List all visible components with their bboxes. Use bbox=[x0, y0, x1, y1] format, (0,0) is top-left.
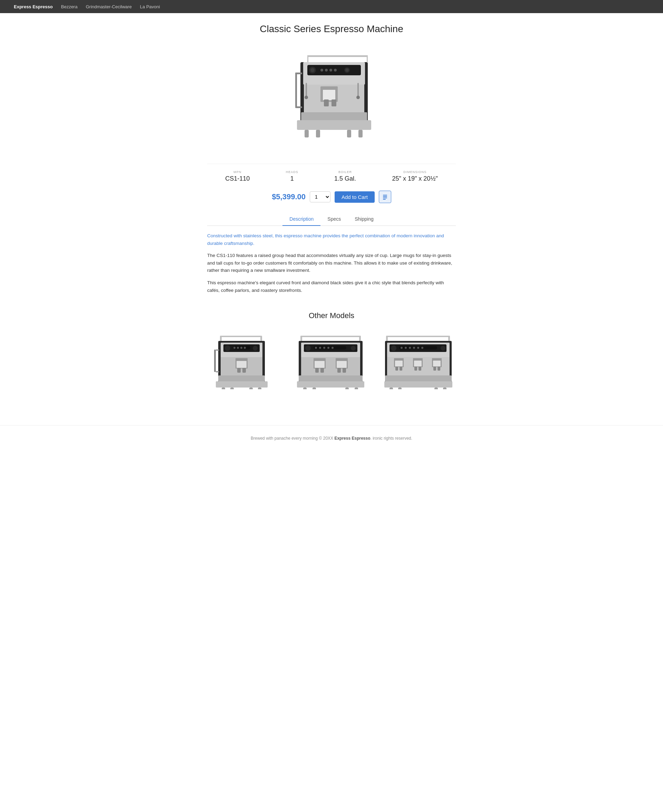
svg-rect-53 bbox=[237, 368, 241, 373]
svg-rect-126 bbox=[443, 388, 446, 389]
svg-rect-111 bbox=[395, 366, 398, 370]
svg-rect-63 bbox=[216, 371, 219, 372]
product-image bbox=[273, 45, 390, 152]
svg-rect-119 bbox=[433, 366, 436, 370]
svg-point-10 bbox=[320, 69, 323, 71]
svg-point-48 bbox=[240, 347, 243, 349]
nav-item-express[interactable]: Express Espresso bbox=[14, 4, 53, 9]
svg-rect-58 bbox=[230, 388, 234, 389]
svg-rect-120 bbox=[438, 366, 440, 370]
svg-rect-122 bbox=[384, 381, 452, 388]
svg-rect-110 bbox=[395, 361, 403, 366]
svg-rect-1 bbox=[307, 55, 308, 62]
footer-text: Brewed with panache every morning © 20XX bbox=[251, 436, 334, 441]
svg-rect-56 bbox=[216, 381, 268, 388]
svg-rect-60 bbox=[258, 388, 261, 389]
svg-rect-65 bbox=[301, 336, 361, 337]
tab-description[interactable]: Description bbox=[283, 213, 320, 226]
navbar: Express Espresso Bezzera Grindmaster-Cec… bbox=[0, 0, 663, 13]
tab-specs[interactable]: Specs bbox=[320, 213, 348, 226]
svg-point-103 bbox=[405, 347, 407, 349]
list-icon bbox=[382, 194, 388, 200]
svg-point-8 bbox=[310, 68, 315, 72]
svg-point-108 bbox=[441, 346, 445, 351]
svg-rect-28 bbox=[347, 130, 351, 137]
svg-rect-38 bbox=[220, 336, 261, 337]
nav-item-grindmaster[interactable]: Grindmaster-Cecilware bbox=[86, 4, 131, 9]
svg-point-75 bbox=[323, 347, 325, 349]
spec-dimensions: DIMENSIONS 25" x 19" x 20½" bbox=[392, 170, 438, 182]
svg-rect-34 bbox=[383, 196, 387, 197]
model-2-image bbox=[297, 330, 366, 389]
models-grid bbox=[207, 330, 456, 391]
svg-rect-72 bbox=[314, 346, 346, 349]
price-row: $5,399.00 1 2 3 4 5 Add to Cart bbox=[207, 191, 456, 203]
svg-rect-29 bbox=[359, 130, 362, 137]
description-content: Constructed with stainless steel, this e… bbox=[207, 232, 456, 294]
svg-point-104 bbox=[409, 347, 411, 349]
svg-point-106 bbox=[417, 347, 419, 349]
svg-rect-88 bbox=[297, 381, 364, 388]
svg-point-15 bbox=[345, 68, 349, 72]
svg-rect-17 bbox=[323, 90, 335, 100]
svg-rect-31 bbox=[295, 73, 297, 107]
product-price: $5,399.00 bbox=[272, 192, 306, 201]
svg-rect-112 bbox=[399, 366, 402, 370]
svg-rect-36 bbox=[383, 199, 386, 200]
model-3-image bbox=[384, 330, 453, 389]
svg-rect-27 bbox=[316, 130, 320, 137]
svg-rect-24 bbox=[301, 112, 367, 121]
svg-point-11 bbox=[325, 69, 328, 71]
footer-suffix: . ironic rights reserved. bbox=[370, 436, 412, 441]
svg-rect-62 bbox=[214, 349, 216, 372]
svg-rect-61 bbox=[216, 349, 219, 351]
product-tabs: Description Specs Shipping bbox=[207, 213, 456, 226]
nav-item-lapavoni[interactable]: La Pavoni bbox=[140, 4, 160, 9]
description-paragraph-2: The CS1-110 features a raised group head… bbox=[207, 252, 456, 274]
svg-rect-91 bbox=[345, 388, 349, 389]
svg-rect-32 bbox=[295, 107, 302, 108]
tab-shipping[interactable]: Shipping bbox=[348, 213, 380, 226]
add-to-cart-button[interactable]: Add to Cart bbox=[335, 191, 375, 203]
footer-brand: Express Espresso bbox=[334, 436, 370, 441]
svg-rect-87 bbox=[299, 375, 362, 381]
other-models-title: Other Models bbox=[207, 311, 456, 320]
svg-rect-26 bbox=[304, 130, 309, 137]
svg-rect-25 bbox=[297, 120, 371, 130]
svg-point-50 bbox=[253, 346, 258, 351]
svg-rect-59 bbox=[249, 388, 253, 389]
product-title: Classic Series Espresso Machine bbox=[207, 23, 456, 34]
wishlist-button[interactable] bbox=[379, 191, 391, 203]
svg-rect-125 bbox=[434, 388, 438, 389]
svg-point-73 bbox=[315, 347, 317, 349]
svg-rect-55 bbox=[218, 375, 265, 381]
specs-row: MPN CS1-110 HEADS 1 BOILER 1.5 Gal. DIME… bbox=[207, 164, 456, 182]
model-card-1[interactable] bbox=[207, 330, 281, 391]
svg-rect-39 bbox=[260, 336, 262, 341]
svg-rect-20 bbox=[306, 83, 307, 97]
svg-point-102 bbox=[401, 347, 403, 349]
model-card-2[interactable] bbox=[294, 330, 368, 391]
svg-rect-84 bbox=[337, 361, 347, 368]
svg-rect-57 bbox=[222, 388, 225, 389]
svg-rect-80 bbox=[315, 361, 325, 368]
svg-rect-92 bbox=[355, 388, 358, 389]
model-card-3[interactable] bbox=[382, 330, 456, 391]
quantity-select[interactable]: 1 2 3 4 5 bbox=[310, 191, 330, 202]
spec-heads: HEADS 1 bbox=[286, 170, 298, 182]
svg-point-105 bbox=[413, 347, 415, 349]
svg-point-71 bbox=[305, 345, 311, 351]
svg-point-46 bbox=[233, 347, 236, 349]
svg-rect-2 bbox=[367, 55, 368, 62]
svg-rect-85 bbox=[337, 368, 341, 373]
svg-point-76 bbox=[327, 347, 330, 349]
description-paragraph-3: This espresso machine's elegant curved f… bbox=[207, 279, 456, 294]
svg-point-12 bbox=[330, 69, 332, 71]
svg-rect-19 bbox=[332, 99, 336, 107]
nav-item-bezzera[interactable]: Bezzera bbox=[61, 4, 78, 9]
svg-rect-114 bbox=[414, 361, 422, 366]
svg-point-21 bbox=[304, 95, 308, 99]
svg-rect-0 bbox=[307, 55, 368, 57]
svg-rect-54 bbox=[243, 368, 246, 373]
svg-point-107 bbox=[421, 347, 424, 349]
